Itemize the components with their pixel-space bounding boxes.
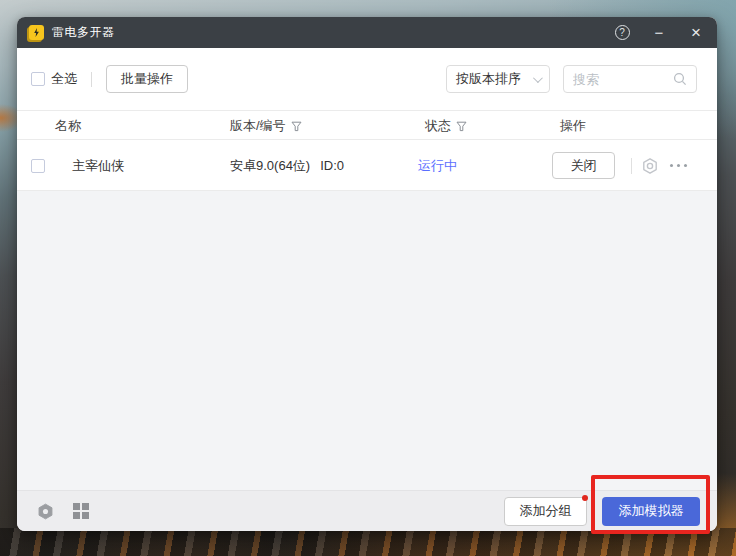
column-header-name: 名称 — [55, 111, 81, 141]
wallpaper-mountains — [0, 528, 736, 556]
help-icon: ? — [615, 25, 630, 40]
row-checkbox[interactable] — [31, 159, 45, 173]
toolbar: 全选 批量操作 按版本排序 — [17, 48, 717, 110]
chevron-down-icon — [533, 73, 543, 83]
grid-view-icon[interactable] — [73, 503, 89, 519]
toolbar-divider — [91, 72, 92, 87]
filter-icon[interactable] — [291, 121, 302, 132]
filter-icon[interactable] — [456, 121, 467, 132]
batch-operations-button[interactable]: 批量操作 — [106, 65, 188, 93]
notification-dot — [582, 495, 588, 501]
minimize-button[interactable]: − — [650, 24, 668, 42]
footer-bar: 添加分组 添加模拟器 — [17, 490, 717, 531]
stop-emulator-button[interactable]: 关闭 — [552, 152, 615, 179]
sort-dropdown-value: 按版本排序 — [456, 70, 521, 88]
select-all-checkbox[interactable] — [31, 72, 45, 86]
add-emulator-button[interactable]: 添加模拟器 — [602, 497, 700, 526]
row-actions-divider — [631, 158, 632, 174]
close-button[interactable]: × — [687, 24, 705, 42]
empty-list-area — [17, 191, 717, 490]
app-logo-icon — [29, 25, 44, 40]
add-group-button[interactable]: 添加分组 — [504, 497, 587, 526]
settings-nut-icon[interactable] — [641, 157, 659, 175]
window-title: 雷电多开器 — [52, 24, 115, 41]
column-header-version: 版本/编号 — [230, 111, 302, 141]
search-box — [563, 65, 697, 93]
emulator-id: ID:0 — [320, 158, 344, 173]
column-header-status: 状态 — [425, 111, 467, 141]
emulator-version-cell: 安卓9.0(64位) ID:0 — [230, 140, 344, 191]
global-settings-icon[interactable] — [37, 503, 54, 520]
search-input[interactable] — [573, 72, 673, 87]
sort-dropdown[interactable]: 按版本排序 — [446, 65, 550, 93]
ldplayer-multi-manager-window: 雷电多开器 ? − × 全选 批量操作 按版本排序 — [17, 17, 717, 531]
select-all-label[interactable]: 全选 — [51, 70, 77, 88]
search-icon — [673, 72, 687, 86]
emulator-row[interactable]: 主宰仙侠 安卓9.0(64位) ID:0 运行中 关闭 — [17, 140, 717, 191]
emulator-name: 主宰仙侠 — [72, 140, 124, 191]
emulator-version: 安卓9.0(64位) — [230, 157, 310, 175]
help-button[interactable]: ? — [613, 24, 631, 42]
titlebar: 雷电多开器 ? − × — [17, 17, 717, 48]
column-header-operation: 操作 — [560, 111, 586, 141]
emulator-status: 运行中 — [418, 140, 457, 191]
table-header: 名称 版本/编号 状态 操作 — [17, 110, 717, 140]
more-actions-icon[interactable] — [670, 164, 692, 167]
